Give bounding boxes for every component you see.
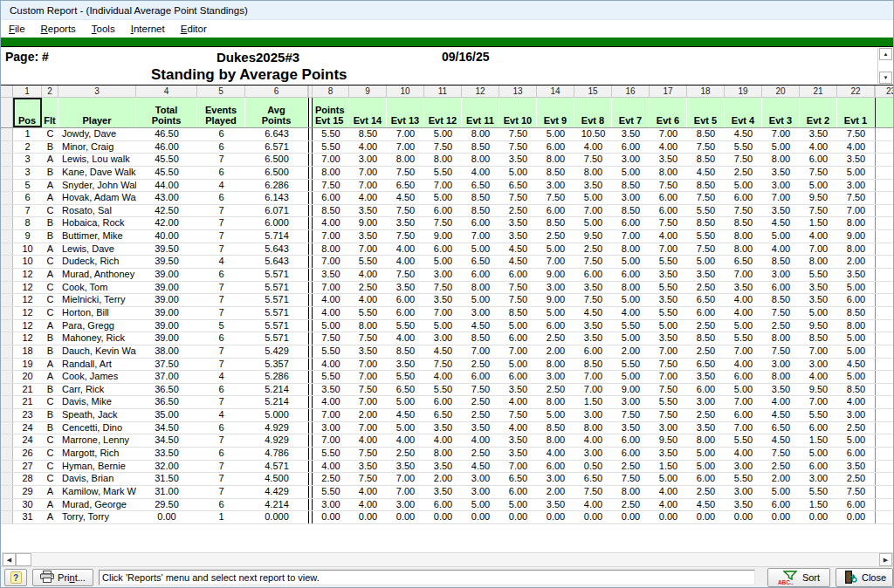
- cell-evt-4[interactable]: 7.00: [725, 345, 762, 358]
- row-header-cell[interactable]: [1, 320, 13, 332]
- cell-events-played[interactable]: 7: [197, 396, 245, 408]
- cell-events-played[interactable]: 7: [197, 230, 245, 243]
- column-number-18[interactable]: 18: [687, 85, 725, 97]
- cell-evt-9[interactable]: 6.00: [537, 205, 574, 217]
- cell-evt-15[interactable]: 5.50: [313, 128, 349, 140]
- cell-evt-3[interactable]: 2.00: [762, 473, 800, 485]
- cell-evt-4[interactable]: 4.00: [725, 294, 762, 306]
- cell-evt-6[interactable]: 7.00: [650, 243, 687, 256]
- cell-evt-3[interactable]: 7.00: [762, 128, 800, 140]
- cell-evt-5[interactable]: 5.50: [687, 205, 725, 217]
- cell-evt-10[interactable]: 7.50: [499, 409, 537, 421]
- cell-total-points[interactable]: 38.00: [136, 345, 197, 358]
- cell-evt-9[interactable]: 3.00: [537, 371, 574, 383]
- cell-evt-4[interactable]: 7.00: [725, 269, 762, 281]
- cell-evt-4[interactable]: 5.00: [725, 384, 762, 396]
- sort-button[interactable]: ABC.. Sort: [767, 568, 830, 587]
- cell-evt-13[interactable]: 3.50: [387, 359, 424, 371]
- cell-avg-points[interactable]: 5.571: [245, 282, 308, 294]
- cell-pos[interactable]: 12: [13, 294, 42, 306]
- cell-evt-10[interactable]: 0.00: [499, 511, 537, 523]
- cell-overflow[interactable]: [875, 307, 894, 319]
- cell-evt-7[interactable]: 5.00: [612, 167, 650, 179]
- cell-evt-6[interactable]: 6.00: [650, 192, 687, 204]
- cell-evt-8[interactable]: 8.50: [574, 359, 612, 371]
- cell-evt-8[interactable]: 3.50: [574, 282, 612, 294]
- cell-evt-6[interactable]: 7.50: [650, 409, 687, 421]
- cell-evt-11[interactable]: 6.00: [462, 269, 499, 281]
- cell-evt-15[interactable]: 5.50: [313, 486, 349, 498]
- cell-evt-11[interactable]: 2.50: [462, 359, 499, 371]
- cell-evt-8[interactable]: 7.50: [574, 154, 612, 166]
- cell-player[interactable]: Murad, George: [58, 499, 136, 511]
- cell-evt-6[interactable]: 9.50: [650, 434, 687, 447]
- cell-evt-12[interactable]: 7.50: [424, 359, 462, 371]
- cell-player[interactable]: Davis, Brian: [58, 473, 136, 485]
- column-number-21[interactable]: 21: [800, 85, 837, 97]
- cell-overflow[interactable]: [875, 180, 894, 192]
- cell-pos[interactable]: 23: [13, 409, 42, 421]
- cell-evt-13[interactable]: 4.00: [387, 243, 424, 256]
- cell-total-points[interactable]: 45.50: [136, 167, 197, 179]
- cell-avg-points[interactable]: 4.929: [245, 434, 308, 447]
- cell-events-played[interactable]: 7: [197, 294, 245, 306]
- cell-avg-points[interactable]: 5.214: [245, 384, 308, 396]
- cell-player[interactable]: Murad, Anthoney: [58, 269, 136, 281]
- cell-evt-13[interactable]: 7.50: [387, 269, 424, 281]
- row-header-cell[interactable]: [1, 359, 13, 371]
- cell-evt-3[interactable]: 5.00: [762, 230, 800, 243]
- cell-evt-7[interactable]: 8.00: [612, 486, 650, 498]
- cell-pos[interactable]: 12: [13, 269, 42, 281]
- cell-evt-14[interactable]: 3.50: [349, 205, 387, 217]
- cell-evt-1[interactable]: 4.50: [837, 359, 875, 371]
- cell-avg-points[interactable]: 5.286: [245, 371, 308, 383]
- cell-pos[interactable]: 10: [13, 256, 42, 268]
- cell-evt-1[interactable]: 4.00: [837, 396, 875, 408]
- cell-evt-1[interactable]: 8.50: [837, 384, 875, 396]
- cell-evt-14[interactable]: 4.00: [349, 294, 387, 306]
- cell-total-points[interactable]: 39.00: [136, 320, 197, 332]
- cell-events-played[interactable]: 1: [197, 511, 245, 523]
- cell-total-points[interactable]: 34.50: [136, 434, 197, 447]
- cell-overflow[interactable]: [875, 448, 894, 460]
- cell-flt[interactable]: B: [42, 141, 58, 154]
- cell-pos[interactable]: 1: [13, 128, 42, 140]
- cell-evt-2[interactable]: 7.00: [800, 243, 837, 256]
- cell-evt-3[interactable]: 3.50: [762, 384, 800, 396]
- cell-evt-4[interactable]: 4.00: [725, 448, 762, 460]
- cell-evt-15[interactable]: 4.00: [313, 396, 349, 408]
- row-header-cell[interactable]: [1, 243, 13, 256]
- cell-flt[interactable]: C: [42, 461, 58, 473]
- cell-evt-3[interactable]: 8.50: [762, 294, 800, 306]
- cell-player[interactable]: Jowdy, Dave: [58, 128, 136, 140]
- cell-total-points[interactable]: 36.50: [136, 396, 197, 408]
- cell-evt-7[interactable]: 5.00: [612, 332, 650, 345]
- cell-evt-5[interactable]: 5.00: [687, 448, 725, 460]
- cell-evt-4[interactable]: 5.00: [725, 180, 762, 192]
- cell-evt-9[interactable]: 5.00: [537, 307, 574, 319]
- column-number-1[interactable]: 1: [13, 85, 42, 97]
- column-header-pos[interactable]: Pos: [13, 98, 42, 127]
- cell-avg-points[interactable]: 6.286: [245, 180, 308, 192]
- cell-evt-8[interactable]: 3.50: [574, 180, 612, 192]
- cell-evt-10[interactable]: 7.50: [499, 282, 537, 294]
- cell-evt-1[interactable]: 3.00: [837, 409, 875, 421]
- cell-flt[interactable]: A: [42, 180, 58, 192]
- row-header-cell[interactable]: [1, 180, 13, 192]
- row-header-cell[interactable]: [1, 434, 13, 447]
- cell-events-played[interactable]: 7: [197, 282, 245, 294]
- cell-evt-1[interactable]: 6.00: [837, 448, 875, 460]
- column-header-evt-11[interactable]: Evt 11: [462, 98, 499, 127]
- cell-pos[interactable]: 31: [13, 511, 42, 523]
- cell-evt-15[interactable]: 3.50: [313, 384, 349, 396]
- cell-flt[interactable]: B: [42, 409, 58, 421]
- cell-evt-11[interactable]: 4.50: [462, 461, 499, 473]
- cell-evt-9[interactable]: 8.00: [537, 434, 574, 447]
- cell-evt-15[interactable]: 8.00: [313, 167, 349, 179]
- cell-evt-15[interactable]: 5.00: [313, 320, 349, 332]
- cell-evt-8[interactable]: 4.00: [574, 141, 612, 154]
- cell-evt-7[interactable]: 7.00: [612, 230, 650, 243]
- cell-evt-9[interactable]: 6.00: [537, 320, 574, 332]
- cell-events-played[interactable]: 4: [197, 256, 245, 268]
- row-header-cell[interactable]: [1, 332, 13, 345]
